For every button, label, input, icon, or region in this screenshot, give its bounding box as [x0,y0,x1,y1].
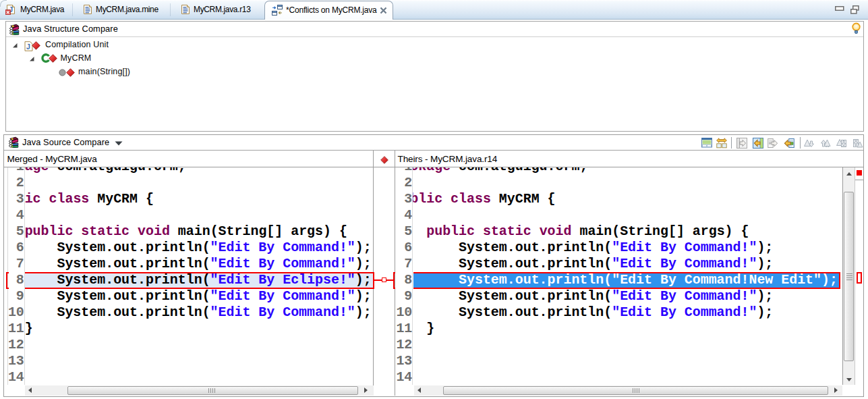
svg-text:J: J [26,42,30,50]
